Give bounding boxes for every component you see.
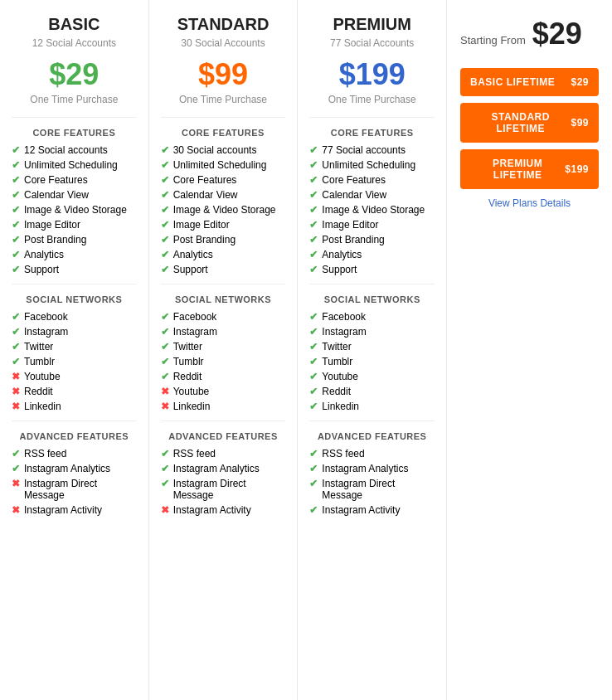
check-yes-icon: ✔ [12,326,20,338]
check-yes-icon: ✔ [161,204,169,216]
check-yes-icon: ✔ [309,311,318,323]
check-yes-icon: ✔ [161,463,169,474]
core-feature-item: ✔ Post Branding [12,234,137,245]
plan-name-premium: PREMIUM [309,15,435,34]
social-network-item: ✔ Tumblr [309,356,435,367]
feature-text: Core Features [322,174,386,186]
plan-col-standard: STANDARD 30 Social Accounts $99 One Time… [149,0,299,700]
advanced-feature-item: ✔ Instagram Analytics [161,463,286,474]
check-yes-icon: ✔ [161,448,169,459]
social-network-text: Facebook [24,311,68,323]
feature-text: Calendar View [24,189,89,201]
social-network-item: ✖ Reddit [12,386,137,397]
feature-text: Support [24,264,59,275]
check-yes-icon: ✔ [161,356,169,367]
advanced-feature-text: Instagram Direct Message [173,478,286,501]
core-feature-item: ✔ Unlimited Scheduling [161,159,286,171]
plan-col-premium: PREMIUM 77 Social Accounts $199 One Time… [298,0,446,700]
check-yes-icon: ✔ [161,159,169,171]
check-yes-icon: ✔ [309,341,318,352]
check-yes-icon: ✔ [309,504,318,516]
sidebar-btn-2[interactable]: PREMIUM LIFETIME$199 [460,149,599,189]
check-yes-icon: ✔ [309,159,318,171]
core-feature-item: ✔ 77 Social accounts [309,144,435,156]
social-network-item: ✔ Facebook [12,311,137,323]
core-feature-item: ✔ Support [12,264,137,275]
advanced-feature-text: RSS feed [173,448,216,459]
advanced-feature-text: Instagram Analytics [322,463,408,474]
social-network-text: Linkedin [24,401,61,412]
check-yes-icon: ✔ [12,204,20,216]
advanced-feature-text: Instagram Activity [24,504,102,516]
check-no-icon: ✖ [161,386,169,397]
social-network-item: ✔ Linkedin [309,401,435,412]
check-yes-icon: ✔ [161,478,169,489]
check-yes-icon: ✔ [309,401,318,412]
check-yes-icon: ✔ [12,264,20,275]
starting-from-label: Starting From [460,34,526,46]
feature-text: Post Branding [24,234,86,245]
social-network-text: Instagram [24,326,68,338]
social-network-item: ✔ Facebook [161,311,286,323]
social-network-text: Reddit [173,371,202,382]
plan-col-basic: BASIC 12 Social Accounts $29 One Time Pu… [0,0,149,700]
feature-text: Support [322,264,357,275]
sidebar-btn-0[interactable]: BASIC LIFETIME$29 [460,68,599,96]
advanced-feature-item: ✖ Instagram Activity [161,504,286,516]
check-yes-icon: ✔ [161,249,169,260]
core-feature-item: ✔ 12 Social accounts [12,144,137,156]
check-no-icon: ✖ [12,371,20,382]
feature-text: Image & Video Storage [322,204,425,216]
check-yes-icon: ✔ [12,234,20,245]
social-network-item: ✖ Linkedin [12,401,137,412]
social-network-text: Instagram [173,326,217,338]
social-networks-title-premium: SOCIAL NETWORKS [309,294,435,304]
plan-price-premium: $199 [309,57,435,92]
plan-otp-premium: One Time Purchase [309,94,435,105]
social-network-text: Tumblr [322,356,352,367]
advanced-feature-text: Instagram Analytics [24,463,110,474]
core-feature-item: ✔ Post Branding [161,234,286,245]
social-network-text: Instagram [322,326,366,338]
check-yes-icon: ✔ [309,478,318,489]
core-feature-item: ✔ Analytics [161,249,286,260]
feature-text: Image & Video Storage [24,204,127,216]
advanced-features-title-premium: ADVANCED FEATURES [309,431,435,441]
social-network-text: Twitter [322,341,351,352]
check-yes-icon: ✔ [161,189,169,201]
feature-text: Unlimited Scheduling [173,159,267,171]
plan-price-basic: $29 [12,57,137,92]
social-network-text: Tumblr [173,356,204,367]
plan-name-standard: STANDARD [161,15,286,34]
advanced-feature-item: ✔ Instagram Analytics [12,463,137,474]
check-yes-icon: ✔ [309,174,318,186]
social-network-text: Linkedin [173,401,211,412]
social-network-item: ✔ Instagram [309,326,435,338]
check-yes-icon: ✔ [309,264,318,275]
core-feature-item: ✔ Post Branding [309,234,435,245]
core-feature-item: ✔ Image Editor [12,219,137,231]
advanced-features-title-standard: ADVANCED FEATURES [161,431,286,441]
social-network-item: ✔ Reddit [309,386,435,397]
check-yes-icon: ✔ [12,219,20,231]
check-no-icon: ✖ [12,478,20,489]
sidebar-btn-1[interactable]: STANDARD LIFETIME$99 [460,103,599,143]
check-yes-icon: ✔ [12,159,20,171]
advanced-feature-text: Instagram Direct Message [322,478,435,501]
check-yes-icon: ✔ [309,144,318,156]
check-yes-icon: ✔ [12,144,20,156]
advanced-features-title-basic: ADVANCED FEATURES [12,431,137,441]
sidebar-btn-price: $29 [571,76,589,88]
check-yes-icon: ✔ [309,448,318,459]
check-yes-icon: ✔ [309,386,318,397]
social-network-item: ✔ Tumblr [12,356,137,367]
advanced-feature-text: Instagram Activity [322,504,400,516]
sidebar: Starting From $29 BASIC LIFETIME$29STAND… [446,0,612,700]
feature-text: 12 Social accounts [24,144,108,156]
social-network-item: ✔ Tumblr [161,356,286,367]
core-feature-item: ✔ Unlimited Scheduling [309,159,435,171]
core-feature-item: ✔ Support [309,264,435,275]
core-feature-item: ✔ Calendar View [161,189,286,201]
view-plans-link[interactable]: View Plans Details [460,197,599,209]
feature-text: Core Features [24,174,88,186]
